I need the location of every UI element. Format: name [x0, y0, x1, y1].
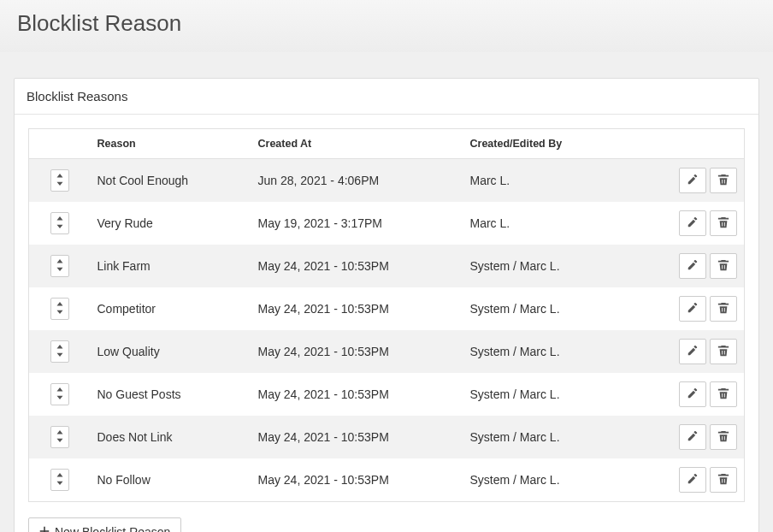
cell-created-by: System / Marc L. — [463, 458, 617, 502]
delete-button[interactable] — [710, 339, 737, 364]
cell-reason: Not Cool Enough — [91, 159, 251, 203]
drag-handle[interactable] — [50, 255, 69, 277]
table-row: CompetitorMay 24, 2021 - 10:53PMSystem /… — [29, 287, 745, 330]
trash-icon — [717, 345, 729, 359]
table-row: No Guest PostsMay 24, 2021 - 10:53PMSyst… — [29, 373, 745, 416]
cell-reason: Very Rude — [91, 202, 251, 245]
edit-icon — [687, 473, 699, 488]
table-row: No FollowMay 24, 2021 - 10:53PMSystem / … — [29, 458, 745, 502]
edit-icon — [687, 216, 699, 231]
cell-created-by: Marc L. — [463, 202, 617, 245]
edit-button[interactable] — [679, 424, 706, 450]
table-row: Low QualityMay 24, 2021 - 10:53PMSystem … — [29, 330, 745, 373]
delete-button[interactable] — [710, 210, 737, 236]
edit-icon — [687, 174, 699, 188]
column-header-drag — [29, 129, 91, 159]
table-row: Not Cool EnoughJun 28, 2021 - 4:06PMMarc… — [29, 159, 745, 203]
table-row: Link FarmMay 24, 2021 - 10:53PMSystem / … — [29, 245, 745, 287]
cell-created-at: May 19, 2021 - 3:17PM — [251, 202, 463, 245]
sort-icon — [56, 174, 64, 188]
delete-button[interactable] — [710, 424, 737, 450]
cell-created-at: Jun 28, 2021 - 4:06PM — [251, 159, 463, 203]
drag-handle[interactable] — [50, 383, 69, 405]
edit-button[interactable] — [679, 296, 706, 322]
trash-icon — [717, 259, 729, 274]
table-row: Does Not LinkMay 24, 2021 - 10:53PMSyste… — [29, 416, 745, 458]
cell-created-at: May 24, 2021 - 10:53PM — [251, 416, 463, 458]
cell-created-at: May 24, 2021 - 10:53PM — [251, 330, 463, 373]
table-row: Very RudeMay 19, 2021 - 3:17PMMarc L. — [29, 202, 745, 245]
trash-icon — [717, 216, 729, 231]
edit-button[interactable] — [679, 210, 706, 236]
edit-button[interactable] — [679, 339, 706, 364]
cell-created-by: System / Marc L. — [463, 245, 617, 287]
sort-icon — [56, 387, 64, 402]
drag-handle[interactable] — [50, 169, 69, 192]
edit-icon — [687, 387, 699, 402]
delete-button[interactable] — [710, 253, 737, 279]
panel-body: Reason Created At Created/Edited By Not … — [15, 115, 758, 532]
cell-created-by: System / Marc L. — [463, 373, 617, 416]
plus-icon — [39, 525, 50, 532]
cell-created-at: May 24, 2021 - 10:53PM — [251, 245, 463, 287]
edit-button[interactable] — [679, 253, 706, 279]
edit-icon — [687, 259, 699, 274]
trash-icon — [717, 174, 729, 188]
drag-handle[interactable] — [50, 340, 69, 363]
trash-icon — [717, 302, 729, 316]
cell-created-by: System / Marc L. — [463, 287, 617, 330]
sort-icon — [56, 302, 64, 316]
cell-reason: Link Farm — [91, 245, 251, 287]
cell-created-by: System / Marc L. — [463, 416, 617, 458]
edit-button[interactable] — [679, 467, 706, 493]
sort-icon — [56, 259, 64, 274]
column-header-created-by: Created/Edited By — [463, 129, 617, 159]
cell-reason: Low Quality — [91, 330, 251, 373]
page-title: Blocklist Reason — [0, 0, 773, 52]
sort-icon — [56, 345, 64, 359]
delete-button[interactable] — [710, 467, 737, 493]
edit-button[interactable] — [679, 381, 706, 407]
delete-button[interactable] — [710, 168, 737, 193]
cell-reason: Does Not Link — [91, 416, 251, 458]
cell-reason: No Follow — [91, 458, 251, 502]
cell-created-by: System / Marc L. — [463, 330, 617, 373]
panel-header: Blocklist Reasons — [15, 79, 758, 115]
cell-created-at: May 24, 2021 - 10:53PM — [251, 373, 463, 416]
delete-button[interactable] — [710, 381, 737, 407]
drag-handle[interactable] — [50, 469, 69, 491]
edit-icon — [687, 430, 699, 445]
sort-icon — [56, 473, 64, 488]
trash-icon — [717, 473, 729, 488]
new-blocklist-reason-button[interactable]: New Blocklist Reason — [28, 517, 181, 532]
trash-icon — [717, 387, 729, 402]
blocklist-panel: Blocklist Reasons Reason Created At Crea… — [14, 78, 759, 532]
drag-handle[interactable] — [50, 426, 69, 448]
sort-icon — [56, 216, 64, 231]
cell-reason: No Guest Posts — [91, 373, 251, 416]
edit-button[interactable] — [679, 168, 706, 193]
edit-icon — [687, 345, 699, 359]
column-header-created-at: Created At — [251, 129, 463, 159]
blocklist-table: Reason Created At Created/Edited By Not … — [28, 128, 745, 502]
sort-icon — [56, 430, 64, 445]
cell-reason: Competitor — [91, 287, 251, 330]
edit-icon — [687, 302, 699, 316]
column-header-actions — [617, 129, 745, 159]
cell-created-at: May 24, 2021 - 10:53PM — [251, 458, 463, 502]
drag-handle[interactable] — [50, 212, 69, 234]
new-blocklist-reason-label: New Blocklist Reason — [55, 525, 170, 532]
column-header-reason: Reason — [91, 129, 251, 159]
delete-button[interactable] — [710, 296, 737, 322]
cell-created-by: Marc L. — [463, 159, 617, 203]
cell-created-at: May 24, 2021 - 10:53PM — [251, 287, 463, 330]
drag-handle[interactable] — [50, 298, 69, 320]
trash-icon — [717, 430, 729, 445]
